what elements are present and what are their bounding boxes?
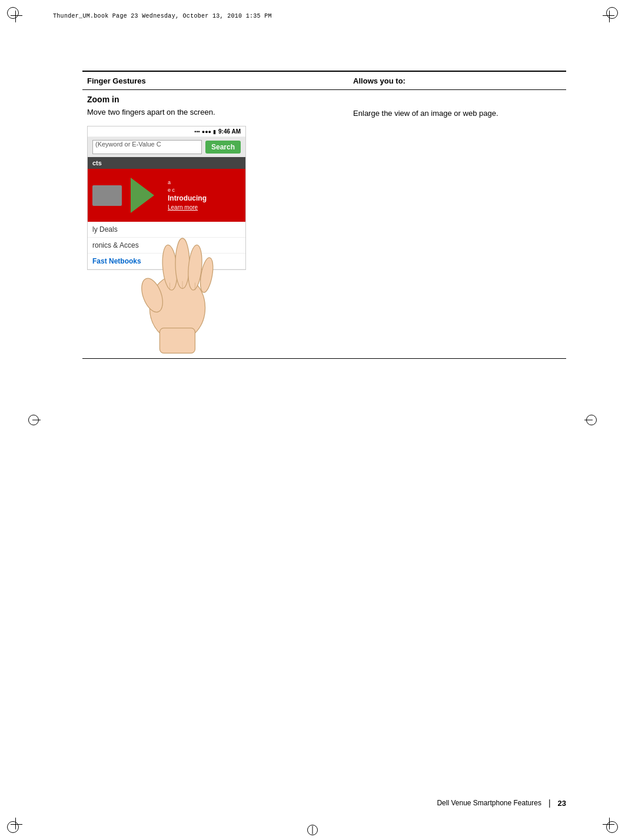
bottom-center-tick xyxy=(312,826,313,834)
footer-separator: | xyxy=(548,798,551,808)
ad-small-text: ae c xyxy=(168,179,207,194)
header-gesture-label: Finger Gestures xyxy=(87,76,146,85)
introducing-text: Introducing xyxy=(168,194,207,204)
svg-rect-7 xyxy=(159,328,195,354)
hand-gesture-svg xyxy=(124,217,241,358)
gesture-illustration xyxy=(82,241,241,358)
svg-marker-0 xyxy=(131,178,154,213)
status-bar: ••• ●●● ▮ 9:46 AM xyxy=(88,126,245,137)
ad-avatar-image xyxy=(92,185,122,206)
gesture-table: Finger Gestures Allows you to: Zoom in M… xyxy=(82,71,566,359)
wifi-icon: ••• xyxy=(194,129,200,135)
table-header-row: Finger Gestures Allows you to: xyxy=(82,71,566,90)
corner-crosshair-br xyxy=(597,812,614,829)
allows-text: Enlarge the view of an image or web page… xyxy=(348,90,566,124)
search-input-text: (Keyword or E-Value C xyxy=(95,141,161,148)
header-allows-label: Allows you to: xyxy=(353,76,405,85)
search-area: (Keyword or E-Value C Search xyxy=(88,137,245,157)
ad-arrow-svg xyxy=(128,172,163,219)
corner-crosshair-tr xyxy=(597,11,614,28)
header-gesture-col: Finger Gestures xyxy=(82,71,348,90)
zoom-description: Move two fingers apart on the screen. xyxy=(82,106,348,122)
page-footer: Dell Venue Smartphone Features | 23 xyxy=(82,798,566,808)
ad-left-content xyxy=(92,185,128,206)
footer-text: Dell Venue Smartphone Features xyxy=(82,799,541,807)
learn-more-link[interactable]: Learn more xyxy=(168,204,207,212)
products-bar: cts xyxy=(88,157,245,169)
corner-crosshair-tl xyxy=(11,11,28,28)
ad-arrow-area xyxy=(128,172,163,219)
file-info-header: Thunder_UM.book Page 23 Wednesday, Octob… xyxy=(53,13,272,19)
products-label: cts xyxy=(92,159,102,166)
ad-text-area: ae c Introducing Learn more xyxy=(163,179,207,212)
corner-crosshair-bl xyxy=(11,812,28,829)
header-allows-col: Allows you to: xyxy=(348,71,566,90)
table-content-row: Zoom in Move two fingers apart on the sc… xyxy=(82,90,566,359)
battery-icon: ▮ xyxy=(213,129,216,135)
gesture-content-cell: Zoom in Move two fingers apart on the sc… xyxy=(82,90,348,359)
signal-icon: ●●● xyxy=(202,129,211,135)
allows-content-cell: Enlarge the view of an image or web page… xyxy=(348,90,566,359)
page-number: 23 xyxy=(558,799,566,808)
main-content: Finger Gestures Allows you to: Zoom in M… xyxy=(82,71,566,781)
right-margin-tick xyxy=(584,420,593,421)
status-time: 9:46 AM xyxy=(218,128,241,135)
search-button[interactable]: Search xyxy=(205,141,241,154)
status-icons: ••• ●●● ▮ xyxy=(194,129,216,135)
ad-banner: ae c Introducing Learn more xyxy=(88,169,245,222)
left-margin-tick xyxy=(32,420,41,421)
deals-text: ly Deals xyxy=(92,225,118,234)
zoom-in-title: Zoom in xyxy=(82,90,348,106)
search-input-display[interactable]: (Keyword or E-Value C xyxy=(92,140,202,154)
